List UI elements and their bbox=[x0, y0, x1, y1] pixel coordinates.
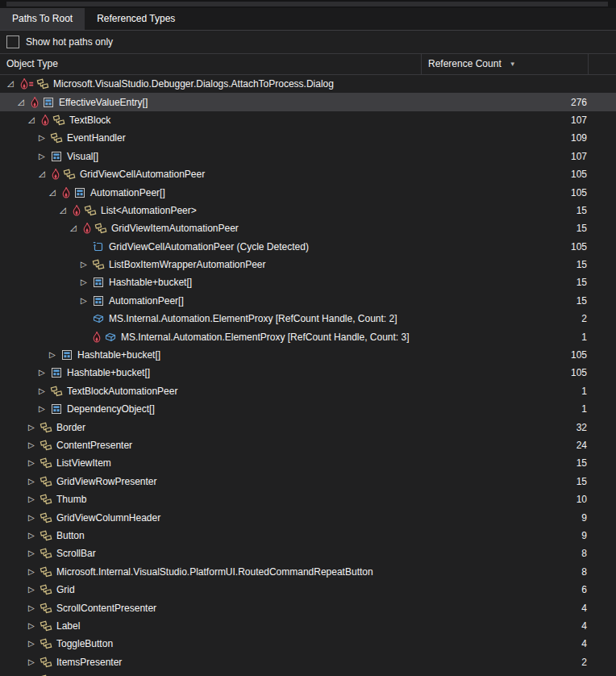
table-row[interactable]: ▷ GridViewRowPresenter 15 bbox=[0, 473, 616, 490]
table-row[interactable]: ▷ Visual[] 107 bbox=[0, 148, 616, 165]
hot-path-flame-icon bbox=[50, 168, 63, 181]
expander-collapsed-icon[interactable]: ▷ bbox=[28, 586, 40, 594]
expander-collapsed-icon[interactable]: ▷ bbox=[39, 152, 50, 161]
table-row[interactable]: ▷ ScrollContentPresenter 4 bbox=[0, 599, 616, 616]
table-row[interactable]: ▷ Hashtable+bucket[] 105 bbox=[0, 364, 616, 382]
expander-collapsed-icon[interactable]: ▷ bbox=[28, 532, 40, 540]
expander-collapsed-icon[interactable]: ▷ bbox=[81, 297, 92, 305]
reference-count-value: 4 bbox=[581, 620, 587, 632]
table-row[interactable]: ◿ GridViewCellAutomationPeer 105 bbox=[0, 165, 616, 183]
table-row[interactable]: ▷ Button 9 bbox=[0, 527, 616, 545]
object-type-label: ContentPresenter bbox=[56, 440, 132, 451]
table-row[interactable]: ▷ Hashtable+bucket[] 15 bbox=[0, 273, 616, 291]
table-row[interactable]: ▷ EventHandler 109 bbox=[0, 129, 616, 147]
expander-expanded-icon[interactable]: ◿ bbox=[49, 189, 60, 197]
object-type-label: EventHandler bbox=[67, 132, 126, 144]
table-row[interactable]: ▷ ListViewItem 15 bbox=[0, 454, 616, 472]
expander-collapsed-icon[interactable]: ▷ bbox=[49, 351, 60, 359]
tab-paths-to-root[interactable]: Paths To Root bbox=[0, 8, 85, 30]
table-row[interactable]: ◿ List<AutomationPeer> 15 bbox=[0, 202, 616, 219]
table-row[interactable]: ▷ ScrollBar 8 bbox=[0, 545, 616, 562]
reference-count-value: 105 bbox=[571, 241, 587, 252]
value-array-icon bbox=[60, 348, 73, 361]
column-header-reference-count[interactable]: Reference Count▼ bbox=[428, 54, 516, 74]
table-row[interactable]: ◿ EffectiveValueEntry[] 276 bbox=[0, 93, 616, 111]
column-header-object-type[interactable]: Object Type bbox=[6, 54, 58, 74]
show-hot-paths-label[interactable]: Show hot paths only bbox=[26, 36, 113, 48]
tab-referenced-types[interactable]: Referenced Types bbox=[85, 8, 187, 30]
object-type-label: GridViewCellAutomationPeer bbox=[80, 169, 205, 180]
table-row[interactable]: ▷ TextBlockAutomationPeer 1 bbox=[0, 382, 616, 400]
table-row[interactable]: ▷ Hashtable+bucket[] 105 bbox=[0, 346, 616, 364]
expander-collapsed-icon[interactable]: ▷ bbox=[39, 369, 50, 377]
table-row[interactable]: ▷ ListBoxItemWrapperAutomationPeer 15 bbox=[0, 256, 616, 273]
table-row[interactable]: ▷ AutomationPeer[] 15 bbox=[0, 292, 616, 310]
expander-collapsed-icon[interactable]: ▷ bbox=[28, 441, 40, 449]
object-type-label: Hashtable+bucket[] bbox=[67, 367, 150, 378]
object-type-label: Microsoft.Internal.VisualStudio.Platform… bbox=[56, 566, 373, 578]
expander-collapsed-icon[interactable]: ▷ bbox=[28, 640, 40, 648]
expander-collapsed-icon[interactable]: ▷ bbox=[28, 514, 40, 522]
object-type-label: ScrollContentPresenter bbox=[56, 603, 156, 614]
object-type-label: MS.Internal.Automation.ElementProxy [Ref… bbox=[121, 332, 410, 343]
tab-bar: Paths To Root Referenced Types bbox=[0, 8, 616, 31]
table-row[interactable]: ◿ AutomationPeer[] 105 bbox=[0, 183, 616, 201]
table-row[interactable]: ▷ ContentPresenter 24 bbox=[0, 436, 616, 454]
expander-collapsed-icon[interactable]: ▷ bbox=[28, 459, 40, 467]
table-row[interactable]: ▷ Border 32 bbox=[0, 418, 616, 436]
table-row[interactable]: ▷ Microsoft.Internal.VisualStudio.Platfo… bbox=[0, 563, 616, 581]
table-row[interactable]: MS.Internal.Automation.ElementProxy [Ref… bbox=[0, 328, 616, 345]
element-proxy-icon bbox=[92, 312, 105, 325]
table-row[interactable]: ◿ GridViewItemAutomationPeer 15 bbox=[0, 219, 616, 237]
table-row[interactable]: ▷ DependencyObject[] 1 bbox=[0, 400, 616, 418]
expander-collapsed-icon[interactable]: ▷ bbox=[39, 405, 50, 413]
table-row[interactable]: ▷ Grid 6 bbox=[0, 581, 616, 599]
column-divider[interactable] bbox=[588, 54, 589, 74]
column-divider[interactable] bbox=[421, 54, 422, 74]
class-icon bbox=[63, 168, 76, 181]
expander-collapsed-icon[interactable]: ▷ bbox=[28, 495, 40, 503]
root-reference-flame-icon bbox=[19, 77, 36, 90]
table-row[interactable]: ▷ ItemsPresenter 2 bbox=[0, 653, 616, 671]
expander-collapsed-icon[interactable]: ▷ bbox=[28, 622, 40, 630]
splitter-handle[interactable] bbox=[6, 2, 608, 6]
class-icon bbox=[40, 583, 52, 596]
reference-count-value: 1 bbox=[581, 386, 587, 397]
table-row[interactable]: ◿ TextBlock 107 bbox=[0, 111, 616, 129]
expander-collapsed-icon[interactable]: ▷ bbox=[39, 134, 50, 142]
object-type-label: Button bbox=[56, 530, 85, 541]
expander-collapsed-icon[interactable]: ▷ bbox=[28, 568, 40, 576]
show-hot-paths-checkbox[interactable] bbox=[6, 35, 19, 48]
expander-collapsed-icon[interactable]: ▷ bbox=[28, 604, 40, 612]
table-row[interactable]: MS.Internal.Automation.ElementProxy [Ref… bbox=[0, 310, 616, 328]
class-icon bbox=[84, 204, 97, 217]
table-row[interactable]: ▷ bbox=[0, 671, 616, 676]
object-type-label: GridViewColumnHeader bbox=[56, 512, 160, 524]
expander-expanded-icon[interactable]: ◿ bbox=[28, 116, 40, 124]
object-type-label: MS.Internal.Automation.ElementProxy [Ref… bbox=[109, 313, 397, 324]
object-type-label: Grid bbox=[56, 584, 75, 595]
expander-collapsed-icon[interactable]: ▷ bbox=[28, 658, 40, 666]
expander-collapsed-icon[interactable]: ▷ bbox=[81, 261, 92, 269]
table-row[interactable]: GridViewCellAutomationPeer (Cycle Detect… bbox=[0, 238, 616, 256]
expander-expanded-icon[interactable]: ◿ bbox=[70, 224, 81, 232]
horizontal-splitter bbox=[0, 0, 616, 8]
table-row[interactable]: ▷ ToggleButton 4 bbox=[0, 635, 616, 653]
table-row[interactable]: ▷ GridViewColumnHeader 9 bbox=[0, 508, 616, 526]
table-row[interactable]: ▷ Label 4 bbox=[0, 617, 616, 635]
expander-collapsed-icon[interactable]: ▷ bbox=[28, 424, 40, 432]
element-proxy-icon bbox=[104, 331, 117, 344]
expander-expanded-icon[interactable]: ◿ bbox=[18, 98, 29, 106]
table-row[interactable]: ▷ Thumb 10 bbox=[0, 490, 616, 508]
expander-expanded-icon[interactable]: ◿ bbox=[7, 80, 19, 88]
object-type-label: DependencyObject[] bbox=[67, 403, 155, 415]
expander-collapsed-icon[interactable]: ▷ bbox=[81, 278, 92, 286]
reference-count-value: 15 bbox=[576, 259, 587, 270]
expander-collapsed-icon[interactable]: ▷ bbox=[28, 478, 40, 486]
table-row[interactable]: ◿ Microsoft.VisualStudio.Debugger.Dialog… bbox=[0, 75, 616, 93]
object-type-label: GridViewCellAutomationPeer (Cycle Detect… bbox=[109, 241, 309, 252]
expander-expanded-icon[interactable]: ◿ bbox=[39, 170, 50, 178]
expander-collapsed-icon[interactable]: ▷ bbox=[39, 387, 50, 395]
expander-collapsed-icon[interactable]: ▷ bbox=[28, 549, 40, 557]
expander-expanded-icon[interactable]: ◿ bbox=[60, 207, 71, 215]
